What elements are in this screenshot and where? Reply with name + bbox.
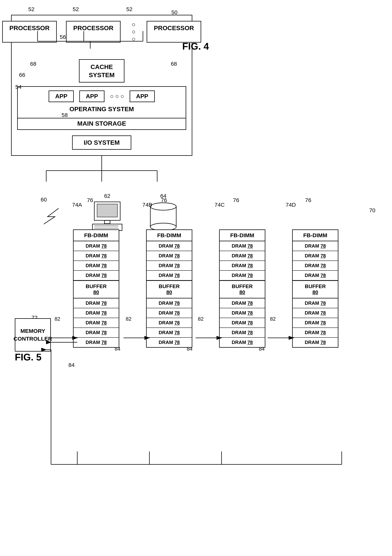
ref-74D: 74D [286, 202, 296, 208]
col-74C-dram3: DRAM 78 [220, 261, 265, 271]
col-74D-buffer: BUFFER80 [293, 280, 338, 298]
col-74A-dram9: DRAM 78 [74, 338, 119, 347]
col-74A-dram7: DRAM 78 [74, 318, 119, 328]
ref-52b: 52 [73, 6, 79, 12]
ref-58: 58 [61, 112, 68, 118]
system-box: 52 52 52 PROCESSOR PROCESSOR ○ ○ ○ PROCE… [11, 15, 192, 156]
processor-1: PROCESSOR [2, 21, 57, 43]
ref-56: 56 [60, 34, 66, 40]
col-74A-dram6: DRAM 78 [74, 308, 119, 318]
page: FIG. 4 50 52 52 52 PROCESSOR PROCESSOR ○… [0, 0, 392, 556]
col-74D-dram3: DRAM 78 [293, 261, 338, 271]
column-74D: FB-DIMM DRAM 78 DRAM 78 DRAM 78 DRAM 78 … [292, 229, 338, 348]
ref-52c: 52 [126, 6, 132, 12]
io-wrapper: I/O SYSTEM [17, 135, 186, 150]
col-74B-dram4: DRAM 78 [147, 271, 192, 280]
col-74B-dram5: DRAM 78 [147, 298, 192, 308]
col-74A-dram1: DRAM 78 [74, 241, 119, 251]
col-74C-dram7: DRAM 78 [220, 318, 265, 328]
ref-82c: 82 [198, 316, 204, 322]
col-74D-dram2: DRAM 78 [293, 251, 338, 261]
col-74C-dram4: DRAM 78 [220, 271, 265, 280]
ref-74B: 74B [142, 202, 152, 208]
processor-dots: ○ ○ ○ [130, 21, 137, 43]
app-3: APP [130, 91, 155, 102]
memory-controller-box: MEMORYCONTROLLER [15, 318, 51, 352]
col-74C-buffer: BUFFER80 [220, 280, 265, 298]
col-74A-buffer: BUFFER80 [74, 280, 119, 298]
ref-76b: 76 [161, 197, 167, 203]
main-storage-label: MAIN STORAGE [17, 118, 186, 130]
ref-66: 66 [19, 72, 25, 78]
lower-box: APP APP ○ ○ ○ APP OPERATING SYSTEM [17, 86, 186, 118]
col-74B-dram7: DRAM 78 [147, 318, 192, 328]
col-74B-dram8: DRAM 78 [147, 328, 192, 338]
col-74A-dram2: DRAM 78 [74, 251, 119, 261]
col-74D-header: FB-DIMM [293, 230, 338, 241]
ref-54: 54 [15, 84, 22, 90]
col-74C-dram2: DRAM 78 [220, 251, 265, 261]
cache-line2: SYSTEM [89, 71, 115, 78]
memory-controller-wrapper: MEMORYCONTROLLER [15, 318, 51, 352]
ref-84b: 84 [187, 346, 192, 352]
io-system-box: I/O SYSTEM [72, 135, 131, 150]
ref-74C: 74C [214, 202, 225, 208]
apps-row: APP APP ○ ○ ○ APP [22, 91, 182, 102]
col-74B-dram2: DRAM 78 [147, 251, 192, 261]
col-74C-header: FB-DIMM [220, 230, 265, 241]
col-74D-dram7: DRAM 78 [293, 318, 338, 328]
app-2: APP [79, 91, 105, 102]
cache-line1: CACHE [90, 63, 113, 70]
col-74A-dram8: DRAM 78 [74, 328, 119, 338]
ref-76a: 76 [87, 197, 93, 203]
col-74B-header: FB-DIMM [147, 230, 192, 241]
processors-row: PROCESSOR PROCESSOR ○ ○ ○ PROCESSOR [17, 21, 186, 43]
fig5-main: MEMORYCONTROLLER [0, 196, 392, 374]
ref-74A: 74A [72, 202, 82, 208]
col-74D-dram8: DRAM 78 [293, 328, 338, 338]
col-74C-dram8: DRAM 78 [220, 328, 265, 338]
col-74C-dram6: DRAM 78 [220, 308, 265, 318]
ref-52a: 52 [28, 6, 34, 12]
col-74D-dram6: DRAM 78 [293, 308, 338, 318]
ref-50: 50 [171, 9, 178, 15]
col-74D-dram9: DRAM 78 [293, 338, 338, 347]
col-74D-dram5: DRAM 78 [293, 298, 338, 308]
fig5-label: FIG. 5 [15, 352, 41, 363]
col-74B-dram9: DRAM 78 [147, 338, 192, 347]
operating-system-label: OPERATING SYSTEM [22, 104, 182, 114]
column-74B: FB-DIMM DRAM 78 DRAM 78 DRAM 78 DRAM 78 … [146, 229, 192, 348]
processor-2: PROCESSOR [66, 21, 121, 43]
ref-68a: 68 [30, 61, 36, 67]
ref-84c: 84 [259, 346, 265, 352]
col-74A-dram5: DRAM 78 [74, 298, 119, 308]
col-74B-buffer: BUFFER80 [147, 280, 192, 298]
ref-82a: 82 [54, 316, 60, 322]
cache-system-box: CACHE SYSTEM [79, 59, 124, 83]
col-74B-dram6: DRAM 78 [147, 308, 192, 318]
col-74D-dram4: DRAM 78 [293, 271, 338, 280]
ref-82d: 82 [270, 316, 276, 322]
col-74A-dram3: DRAM 78 [74, 261, 119, 271]
ref-82b: 82 [126, 316, 131, 322]
ref-84-bottom: 84 [68, 362, 75, 368]
col-74D-dram1: DRAM 78 [293, 241, 338, 251]
fbdimm-columns: FB-DIMM DRAM 78 DRAM 78 DRAM 78 DRAM 78 … [73, 229, 338, 348]
ref-76c: 76 [233, 197, 239, 203]
column-74A: FB-DIMM DRAM 78 DRAM 78 DRAM 78 DRAM 78 … [73, 229, 119, 348]
col-74C-dram5: DRAM 78 [220, 298, 265, 308]
col-74A-dram4: DRAM 78 [74, 271, 119, 280]
ref-76d: 76 [305, 197, 311, 203]
ref-84a: 84 [115, 346, 120, 352]
col-74A-header: FB-DIMM [74, 230, 119, 241]
col-74C-dram1: DRAM 78 [220, 241, 265, 251]
app-1: APP [49, 91, 74, 102]
fig5-section: FIG. 5 70 72 MEMORYCONTROLLER [0, 196, 392, 374]
col-74B-dram1: DRAM 78 [147, 241, 192, 251]
cache-system-wrapper: CACHE SYSTEM [17, 59, 186, 83]
app-dots: ○ ○ ○ [110, 91, 124, 102]
column-74C: FB-DIMM DRAM 78 DRAM 78 DRAM 78 DRAM 78 … [219, 229, 265, 348]
col-74B-dram3: DRAM 78 [147, 261, 192, 271]
processor-3: PROCESSOR [147, 21, 201, 43]
ref-68b: 68 [171, 61, 177, 67]
